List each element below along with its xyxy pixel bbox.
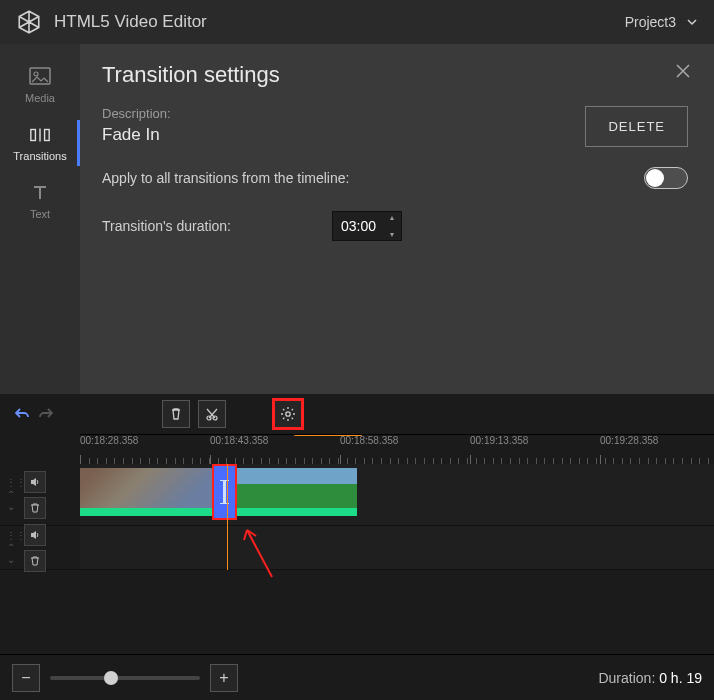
sidebar-item-transitions[interactable]: Transitions [0,114,80,172]
transition-clip[interactable] [214,466,235,518]
sidebar: Media Transitions Text [0,44,80,394]
settings-button[interactable] [274,400,302,428]
undo-icon[interactable] [12,404,32,424]
cut-button[interactable] [198,400,226,428]
app-logo-icon [16,9,42,35]
timeline: 00:18:28.358 00:18:43.358 00:18:58.358 0… [0,394,714,654]
tracks-container: ⋮⋮⌃⌄ [0,464,714,570]
text-icon [29,182,51,204]
chevron-down-icon [686,16,698,28]
audio-track: ⋮⋮⌃⌄ [0,526,714,570]
playhead-line[interactable] [227,464,228,570]
app-title: HTML5 Video Editor [54,12,207,32]
duration-input[interactable]: 03:00 ▲ ▼ [332,211,402,241]
apply-all-label: Apply to all transitions from the timeli… [102,170,644,186]
zoom-out-button[interactable]: − [12,664,40,692]
zoom-slider[interactable] [50,676,200,680]
ruler-tick: 00:18:28.358 [80,435,138,446]
timeline-ruler[interactable]: 00:18:28.358 00:18:43.358 00:18:58.358 0… [80,434,714,464]
playhead-time[interactable]: 00:18:44,253 [293,434,363,436]
annotation-arrow-icon [242,522,282,582]
duration-value: 03:00 [341,218,376,234]
video-clip-1[interactable] [80,468,216,516]
top-bar: HTML5 Video Editor Project3 [0,0,714,44]
panel-title: Transition settings [102,62,688,88]
close-icon[interactable] [674,62,692,80]
timeline-toolbar [0,394,714,434]
duration-value: 0 h. 19 [659,670,702,686]
svg-rect-3 [45,130,50,141]
stepper-down-icon[interactable]: ▼ [386,231,398,238]
ruler-tick: 00:18:58.358 [340,435,398,446]
sidebar-item-label: Transitions [13,150,66,162]
duration-label: Duration: [598,670,655,686]
ruler-tick: 00:19:28.358 [600,435,658,446]
image-icon [29,66,51,88]
redo-icon[interactable] [36,404,56,424]
main-area: Media Transitions Text Transition settin… [0,44,714,394]
project-name: Project3 [625,14,676,30]
video-track: ⋮⋮⌃⌄ [0,464,714,526]
track-lane[interactable] [80,464,714,525]
stepper-up-icon[interactable]: ▲ [386,214,398,221]
slider-knob[interactable] [104,671,118,685]
track-delete-button[interactable] [24,497,46,519]
svg-rect-2 [31,130,36,141]
transitions-icon [29,124,51,146]
track-lane[interactable] [80,526,714,569]
ruler-tick: 00:18:43.358 [210,435,268,446]
duration-display: Duration: 0 h. 19 [598,670,702,686]
description-value: Fade In [102,125,585,145]
zoom-bar: − + Duration: 0 h. 19 [0,654,714,700]
apply-all-toggle[interactable] [644,167,688,189]
toggle-knob [646,169,664,187]
sidebar-item-label: Media [25,92,55,104]
video-clip-2[interactable] [233,468,357,516]
sidebar-item-label: Text [30,208,50,220]
sidebar-item-media[interactable]: Media [0,56,80,114]
zoom-in-button[interactable]: + [210,664,238,692]
delete-button[interactable]: DELETE [585,106,688,147]
track-mute-button[interactable] [24,524,46,546]
ruler-tick: 00:19:13.358 [470,435,528,446]
duration-label: Transition's duration: [102,218,332,234]
project-selector[interactable]: Project3 [625,14,698,30]
transition-settings-panel: Transition settings Description: Fade In… [80,44,714,394]
delete-clip-button[interactable] [162,400,190,428]
track-delete-button[interactable] [24,550,46,572]
track-drag-handle[interactable]: ⋮⋮⌃⌄ [6,478,16,512]
track-mute-button[interactable] [24,471,46,493]
description-label: Description: [102,106,585,121]
track-drag-handle[interactable]: ⋮⋮⌃⌄ [6,531,16,565]
svg-point-1 [34,72,38,76]
svg-point-7 [286,412,290,416]
sidebar-item-text[interactable]: Text [0,172,80,230]
